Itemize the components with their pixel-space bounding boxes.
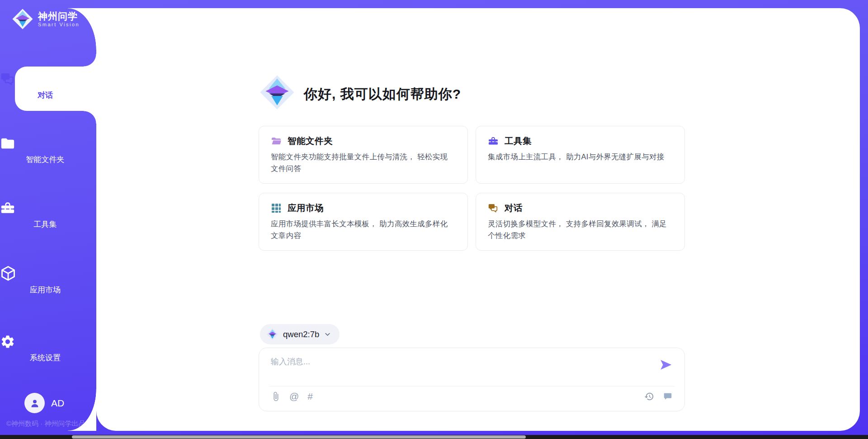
- card-toolset[interactable]: 工具集 集成市场上主流工具， 助力AI与外界无缝扩展与对接: [476, 126, 685, 184]
- sidebar-item-label: 对话: [0, 90, 90, 100]
- person-icon: [29, 397, 41, 409]
- folder-icon: [0, 136, 90, 151]
- sidebar-item-label: 工具集: [0, 219, 90, 229]
- hashtag-icon[interactable]: #: [307, 391, 313, 401]
- message-input[interactable]: [271, 356, 651, 382]
- feature-cards: 智能文件夹 智能文件夹功能支持批量文件上传与清洗， 轻松实现文件问答 工具集 集…: [259, 126, 685, 251]
- gear-icon: [0, 334, 90, 349]
- chat-icon: [0, 72, 90, 87]
- attachment-icon[interactable]: [271, 391, 281, 401]
- bottom-scrollbar-track: [0, 435, 868, 439]
- composer-divider: [269, 386, 675, 387]
- chat-icon: [488, 203, 499, 214]
- card-title: 智能文件夹: [288, 135, 333, 147]
- mention-icon[interactable]: @: [289, 391, 299, 401]
- brand-subtitle: Smart Vision: [38, 22, 80, 27]
- brand-diamond-icon: [266, 328, 278, 340]
- horizontal-scrollbar-thumb[interactable]: [72, 435, 526, 439]
- card-app-market[interactable]: 应用市场 应用市场提供丰富长文本模板， 助力高效生成多样化文章内容: [259, 193, 468, 251]
- feedback-icon[interactable]: [663, 391, 673, 401]
- chevron-down-icon: [324, 330, 331, 338]
- card-description: 智能文件夹功能支持批量文件上传与清洗， 轻松实现文件问答: [271, 151, 451, 175]
- model-name: qwen2:7b: [283, 329, 319, 339]
- card-description: 集成市场上主流工具， 助力AI与外界无缝扩展与对接: [488, 151, 668, 163]
- sidebar-item-smart-folder[interactable]: 智能文件夹: [0, 136, 90, 165]
- app-root: 神州问学 Smart Vision 对话 智能文件夹: [0, 0, 868, 439]
- sidebar-item-label: 系统设置: [0, 353, 90, 363]
- user-initials: AD: [51, 398, 64, 409]
- cube-icon: [0, 265, 90, 282]
- greeting-title: 你好, 我可以如何帮助你?: [304, 85, 461, 104]
- greeting-diamond-icon: [259, 74, 295, 110]
- sidebar-item-label: 智能文件夹: [0, 154, 90, 165]
- sidebar-item-label: 应用市场: [0, 285, 90, 295]
- sidebar-item-settings[interactable]: 系统设置: [0, 334, 90, 363]
- sidebar-item-toolset[interactable]: 工具集: [0, 200, 90, 229]
- brand-name: 神州问学: [38, 11, 80, 22]
- sidebar-item-chat[interactable]: 对话: [0, 72, 90, 100]
- toolbox-icon: [0, 200, 90, 216]
- app-grid-icon: [271, 203, 282, 214]
- card-chat[interactable]: 对话 灵活切换多模型文件， 支持多样回复效果调试， 满足个性化需求: [476, 193, 685, 251]
- card-title: 工具集: [505, 135, 532, 147]
- folder-open-icon: [271, 136, 282, 147]
- card-description: 灵活切换多模型文件， 支持多样回复效果调试， 满足个性化需求: [488, 218, 668, 242]
- history-icon[interactable]: [644, 391, 654, 401]
- message-composer: @ #: [259, 348, 685, 411]
- sidebar-item-app-market[interactable]: 应用市场: [0, 265, 90, 295]
- send-icon[interactable]: [659, 358, 673, 372]
- card-smart-folder[interactable]: 智能文件夹 智能文件夹功能支持批量文件上传与清洗， 轻松实现文件问答: [259, 126, 468, 184]
- brand-logo: 神州问学 Smart Vision: [12, 8, 80, 30]
- brand-diamond-icon: [12, 8, 33, 30]
- user-account[interactable]: AD: [24, 393, 64, 413]
- card-title: 应用市场: [288, 202, 324, 214]
- card-description: 应用市场提供丰富长文本模板， 助力高效生成多样化文章内容: [271, 218, 451, 242]
- toolbox-icon: [488, 136, 499, 147]
- copyright-footer: ©神州数码 · 神州问学出品: [6, 420, 101, 428]
- card-title: 对话: [505, 202, 523, 214]
- avatar: [24, 393, 45, 413]
- model-selector[interactable]: qwen2:7b: [260, 324, 340, 344]
